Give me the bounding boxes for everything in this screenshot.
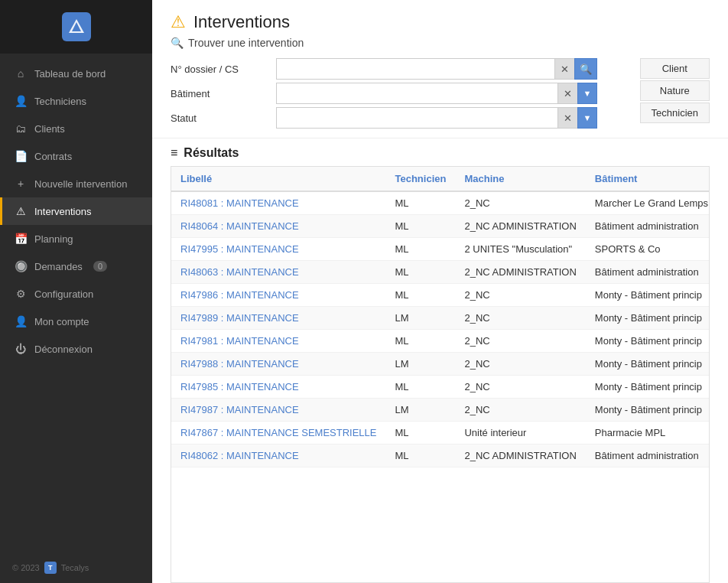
cell-machine: 2_NC ADMINISTRATION — [455, 215, 585, 238]
sidebar-item-clients[interactable]: 🗂 Clients — [0, 115, 152, 142]
cell-libelle: RI47988 : MAINTENANCE — [171, 353, 385, 376]
cell-libelle: RI47867 : MAINTENANCE SEMESTRIELLE — [171, 422, 385, 445]
libelle-link[interactable]: RI48062 : MAINTENANCE — [180, 450, 299, 461]
cell-libelle: RI48063 : MAINTENANCE — [171, 261, 385, 284]
input-batiment[interactable] — [276, 83, 557, 104]
cell-machine: 2_NC ADMINISTRATION — [455, 445, 585, 467]
table-row[interactable]: RI48064 : MAINTENANCEML2_NC ADMINISTRATI… — [171, 215, 710, 238]
libelle-link[interactable]: RI47981 : MAINTENANCE — [180, 335, 299, 347]
label-dossier: N° dossier / CS — [171, 64, 270, 75]
filter-nature-button[interactable]: Nature — [640, 80, 710, 101]
libelle-link[interactable]: RI47988 : MAINTENANCE — [180, 358, 299, 370]
cell-libelle: RI47987 : MAINTENANCE — [171, 399, 385, 422]
page-title: ⚠ Interventions — [171, 12, 710, 32]
sidebar-item-interventions[interactable]: ⚠ Interventions — [0, 197, 152, 225]
libelle-link[interactable]: RI47987 : MAINTENANCE — [180, 404, 299, 415]
libelle-link[interactable]: RI47985 : MAINTENANCE — [180, 381, 299, 392]
table-row[interactable]: RI47981 : MAINTENANCEML2_NCMonty - Bâtim… — [171, 330, 710, 353]
libelle-link[interactable]: RI47995 : MAINTENANCE — [180, 243, 299, 255]
cell-libelle: RI48064 : MAINTENANCE — [171, 215, 385, 238]
sidebar-item-label: Techniciens — [34, 96, 86, 107]
warning-icon: ⚠ — [15, 205, 27, 217]
filter-technicien-button[interactable]: Technicien — [640, 103, 710, 123]
sidebar-item-nouvelle-intervention[interactable]: + Nouvelle intervention — [0, 170, 152, 197]
cell-batiment: Monty - Bâtiment princip — [586, 399, 710, 422]
subtitle-search-icon: 🔍 — [171, 37, 184, 49]
cell-technicien: ML — [385, 330, 455, 353]
sidebar-item-label: Déconnexion — [34, 344, 93, 355]
form-area: N° dossier / CS ✕ 🔍 Bâtiment ✕ ▼ — [171, 58, 634, 132]
cell-technicien: ML — [385, 261, 455, 284]
sidebar-item-contrats[interactable]: 📄 Contrats — [0, 142, 152, 170]
sidebar-item-deconnexion[interactable]: ⏻ Déconnexion — [0, 335, 152, 363]
sidebar-item-configuration[interactable]: ⚙ Configuration — [0, 280, 152, 308]
table-row[interactable]: RI47987 : MAINTENANCELM2_NCMonty - Bâtim… — [171, 399, 710, 422]
cell-machine: Unité interieur — [455, 422, 585, 445]
table-row[interactable]: RI48063 : MAINTENANCEML2_NC ADMINISTRATI… — [171, 261, 710, 284]
input-statut[interactable] — [276, 107, 557, 129]
table-row[interactable]: RI47995 : MAINTENANCEML2 UNITES "Muscula… — [171, 238, 710, 261]
cell-technicien: ML — [385, 191, 455, 215]
cell-machine: 2_NC — [455, 376, 585, 399]
plus-icon: + — [15, 178, 27, 190]
sidebar-item-tableau-de-bord[interactable]: ⌂ Tableau de bord — [0, 60, 152, 87]
clear-batiment-button[interactable]: ✕ — [557, 83, 577, 104]
cell-technicien: ML — [385, 376, 455, 399]
footer-brand: Tecalys — [61, 563, 89, 572]
table-row[interactable]: RI47988 : MAINTENANCELM2_NCMonty - Bâtim… — [171, 353, 710, 376]
table-row[interactable]: RI47985 : MAINTENANCEML2_NCMonty - Bâtim… — [171, 376, 710, 399]
table-header-row: Libellé Technicien Machine Bâtiment — [171, 167, 710, 191]
cell-machine: 2_NC — [455, 353, 585, 376]
page-header: ⚠ Interventions 🔍 Trouver une interventi… — [152, 0, 728, 138]
form-row-batiment: Bâtiment ✕ ▼ — [171, 83, 634, 104]
sidebar-item-planning[interactable]: 📅 Planning — [0, 225, 152, 252]
input-dossier[interactable] — [276, 58, 554, 80]
libelle-link[interactable]: RI48063 : MAINTENANCE — [180, 266, 299, 278]
libelle-link[interactable]: RI47989 : MAINTENANCE — [180, 312, 299, 324]
filter-client-button[interactable]: Client — [640, 58, 710, 79]
cell-machine: 2_NC — [455, 330, 585, 353]
cell-batiment: Monty - Bâtiment princip — [586, 330, 710, 353]
table-row[interactable]: RI47867 : MAINTENANCE SEMESTRIELLEMLUnit… — [171, 422, 710, 445]
table-row[interactable]: RI48062 : MAINTENANCEML2_NC ADMINISTRATI… — [171, 445, 710, 467]
cell-machine: 2_NC — [455, 284, 585, 307]
sidebar-logo — [0, 0, 152, 54]
clear-statut-button[interactable]: ✕ — [557, 107, 577, 129]
col-machine: Machine — [455, 167, 585, 191]
list-icon: ≡ — [171, 146, 177, 160]
dropdown-batiment-button[interactable]: ▼ — [577, 83, 597, 104]
table-row[interactable]: RI47989 : MAINTENANCELM2_NCMonty - Bâtim… — [171, 307, 710, 330]
sidebar-item-mon-compte[interactable]: 👤 Mon compte — [0, 308, 152, 335]
sidebar-item-label: Tableau de bord — [34, 68, 106, 80]
dropdown-statut-button[interactable]: ▼ — [577, 107, 597, 129]
label-batiment: Bâtiment — [171, 88, 270, 99]
user-icon: 👤 — [15, 95, 27, 107]
table-row[interactable]: RI48081 : MAINTENANCEML2_NCMarcher Le Gr… — [171, 191, 710, 215]
cell-libelle: RI47989 : MAINTENANCE — [171, 307, 385, 330]
results-title: ≡ Résultats — [171, 146, 710, 160]
power-icon: ⏻ — [15, 343, 27, 355]
input-wrap-statut: ✕ ▼ — [276, 107, 597, 129]
sidebar-item-label: Clients — [34, 123, 65, 135]
app-logo-icon — [62, 12, 91, 41]
sidebar-nav: ⌂ Tableau de bord 👤 Techniciens 🗂 Client… — [0, 54, 152, 552]
cell-technicien: ML — [385, 215, 455, 238]
clear-dossier-button[interactable]: ✕ — [554, 58, 574, 80]
sidebar-item-label: Planning — [34, 233, 73, 245]
results-table-wrap[interactable]: Libellé Technicien Machine Bâtiment RI48… — [171, 166, 710, 583]
sidebar-item-techniciens[interactable]: 👤 Techniciens — [0, 87, 152, 115]
table-row[interactable]: RI47986 : MAINTENANCEML2_NCMonty - Bâtim… — [171, 284, 710, 307]
cell-batiment: Monty - Bâtiment princip — [586, 307, 710, 330]
cell-technicien: LM — [385, 353, 455, 376]
cell-batiment: Pharmacie MPL — [586, 422, 710, 445]
sidebar-item-demandes[interactable]: 🔘 Demandes 0 — [0, 252, 152, 280]
libelle-link[interactable]: RI47867 : MAINTENANCE SEMESTRIELLE — [180, 427, 376, 438]
sidebar-item-label: Contrats — [34, 151, 72, 162]
cell-batiment: Bâtiment administration — [586, 445, 710, 467]
results-table: Libellé Technicien Machine Bâtiment RI48… — [171, 167, 710, 467]
search-button[interactable]: 🔍 — [574, 58, 597, 80]
libelle-link[interactable]: RI48064 : MAINTENANCE — [180, 220, 299, 232]
libelle-link[interactable]: RI47986 : MAINTENANCE — [180, 289, 299, 301]
libelle-link[interactable]: RI48081 : MAINTENANCE — [180, 197, 299, 209]
cell-batiment: Monty - Bâtiment princip — [586, 376, 710, 399]
